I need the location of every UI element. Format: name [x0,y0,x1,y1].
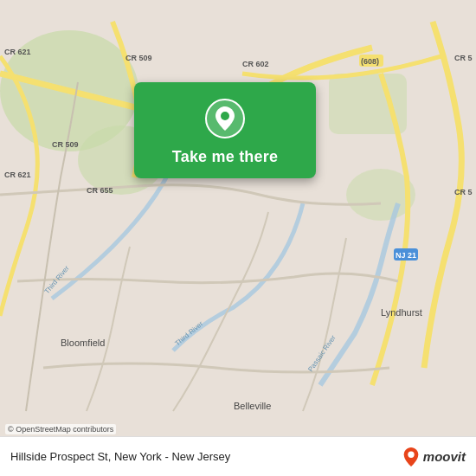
map-svg: CR 509 CR 509 CR 621 CR 621 CR 602 (608)… [0,0,476,476]
svg-point-24 [221,112,229,120]
svg-text:CR 509: CR 509 [52,140,79,149]
svg-text:Belleville: Belleville [234,401,271,411]
location-pin-icon [204,98,246,139]
map-container: CR 509 CR 509 CR 621 CR 621 CR 602 (608)… [0,0,476,476]
svg-text:(608): (608) [361,57,379,66]
moovit-pin-icon [402,447,421,467]
svg-text:Bloomfield: Bloomfield [61,338,105,348]
svg-text:CR 655: CR 655 [87,186,113,195]
location-label: Hillside Prospect St, New York - New Jer… [10,450,230,463]
map-attribution: © OpenStreetMap contributors [5,424,116,434]
moovit-wordmark: moovit [423,449,466,464]
svg-text:Lyndhurst: Lyndhurst [381,307,422,318]
svg-text:CR 621: CR 621 [4,48,31,56]
bottom-bar: Hillside Prospect St, New York - New Jer… [0,436,476,476]
card-overlay: Take me there [134,82,316,178]
svg-text:CR 5: CR 5 [454,54,473,62]
svg-text:NJ 21: NJ 21 [396,251,416,260]
svg-point-25 [408,451,414,457]
moovit-logo: moovit [402,447,466,467]
take-me-there-button[interactable]: Take me there [172,148,278,166]
svg-text:CR 621: CR 621 [4,170,31,179]
svg-text:CR 509: CR 509 [125,54,152,62]
svg-text:CR 602: CR 602 [242,60,269,68]
svg-text:CR 5: CR 5 [454,188,473,196]
